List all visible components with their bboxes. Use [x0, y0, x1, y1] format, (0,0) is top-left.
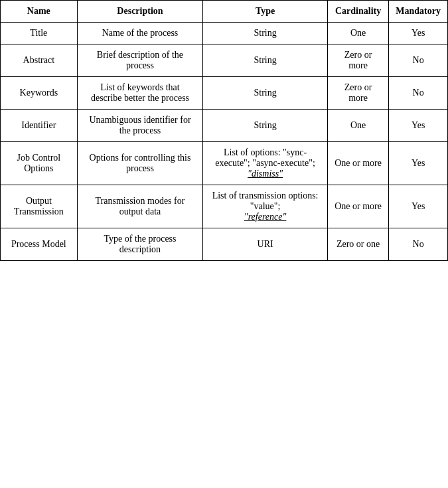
cell-mandatory: Yes — [389, 110, 448, 142]
type-prefix: List of transmission options: "value"; — [212, 191, 319, 211]
header-type: Type — [203, 1, 328, 23]
cell-cardinality: Zero or more — [327, 44, 388, 77]
cell-description: Transmission modes for output data — [77, 185, 203, 228]
cell-cardinality: One — [327, 110, 388, 142]
cell-description: List of keywords that describe better th… — [77, 77, 203, 110]
cell-description: Type of the process description — [77, 228, 203, 261]
cell-type: String — [203, 23, 328, 44]
type-prefix: List of options: "sync-execute"; "async-… — [215, 147, 315, 168]
cell-cardinality: Zero or one — [327, 228, 388, 261]
cell-type: URI — [203, 228, 328, 261]
table-row: Process Model Type of the process descri… — [1, 228, 448, 261]
cell-mandatory: No — [389, 77, 448, 110]
type-suffix: "dismiss" — [248, 169, 283, 179]
cell-cardinality: One — [327, 23, 388, 44]
cell-type-complex: List of transmission options: "value"; "… — [203, 185, 328, 228]
cell-description: Brief description of the process — [77, 44, 203, 77]
header-description: Description — [77, 1, 203, 23]
cell-cardinality: Zero or more — [327, 77, 388, 110]
table-row: Abstract Brief description of the proces… — [1, 44, 448, 77]
cell-type: String — [203, 44, 328, 77]
header-name: Name — [1, 1, 78, 23]
table-row: Job Control Options Options for controll… — [1, 142, 448, 185]
cell-mandatory: Yes — [389, 23, 448, 44]
cell-name: Process Model — [1, 228, 78, 261]
type-suffix: "reference" — [244, 212, 287, 222]
cell-name: Output Transmission — [1, 185, 78, 228]
table-row: Keywords List of keywords that describe … — [1, 77, 448, 110]
header-mandatory: Mandatory — [389, 1, 448, 23]
data-table: Name Description Type Cardinality Mandat… — [0, 0, 448, 261]
cell-type: String — [203, 77, 328, 110]
header-cardinality: Cardinality — [327, 1, 388, 23]
cell-type: String — [203, 110, 328, 142]
table-row: Output Transmission Transmission modes f… — [1, 185, 448, 228]
table-container: Name Description Type Cardinality Mandat… — [0, 0, 448, 488]
cell-name: Identifier — [1, 110, 78, 142]
cell-name: Job Control Options — [1, 142, 78, 185]
cell-cardinality: One or more — [327, 185, 388, 228]
table-row: Identifier Unambiguous identifier for th… — [1, 110, 448, 142]
cell-type-complex: List of options: "sync-execute"; "async-… — [203, 142, 328, 185]
cell-name: Abstract — [1, 44, 78, 77]
cell-description: Options for controlling this process — [77, 142, 203, 185]
cell-name: Title — [1, 23, 78, 44]
table-row: Title Name of the process String One Yes — [1, 23, 448, 44]
cell-name: Keywords — [1, 77, 78, 110]
cell-description: Name of the process — [77, 23, 203, 44]
cell-cardinality: One or more — [327, 142, 388, 185]
cell-mandatory: Yes — [389, 142, 448, 185]
header-row: Name Description Type Cardinality Mandat… — [1, 1, 448, 23]
cell-mandatory: No — [389, 228, 448, 261]
cell-mandatory: Yes — [389, 185, 448, 228]
cell-description: Unambiguous identifier for the process — [77, 110, 203, 142]
cell-mandatory: No — [389, 44, 448, 77]
